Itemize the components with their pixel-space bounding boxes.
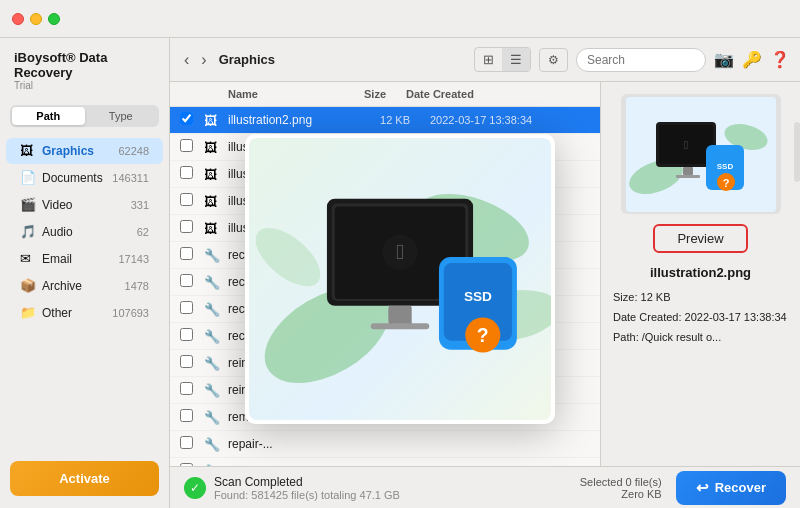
activate-button[interactable]: Activate — [10, 461, 159, 496]
sidebar-items-list: 🖼 Graphics 62248 📄 Documents 146311 🎬 Vi… — [0, 133, 169, 451]
sidebar-label-audio: Audio — [42, 225, 137, 239]
sidebar-item-archive[interactable]: 📦 Archive 1478 — [6, 273, 163, 299]
sidebar-item-audio[interactable]: 🎵 Audio 62 — [6, 219, 163, 245]
file-checkbox-12[interactable] — [180, 436, 193, 449]
file-row-3[interactable]: 🖼 illustra... — [170, 188, 600, 215]
file-checkbox-4[interactable] — [180, 220, 193, 233]
tab-path[interactable]: Path — [12, 107, 85, 125]
file-checkbox-6[interactable] — [180, 274, 193, 287]
file-checkbox-2[interactable] — [180, 166, 193, 179]
file-icon-5: 🔧 — [204, 248, 228, 263]
camera-button[interactable]: 📷 — [714, 50, 734, 69]
file-icon-9: 🔧 — [204, 356, 228, 371]
app-name: iBoysoft® Data Recovery — [14, 50, 155, 80]
toolbar-nav: ‹ › — [180, 49, 211, 71]
file-checkbox-11[interactable] — [180, 409, 193, 422]
file-row-8[interactable]: 🔧 recove... — [170, 323, 600, 350]
preview-date-value: 2022-03-17 13:38:34 — [685, 311, 787, 323]
sidebar-label-graphics: Graphics — [42, 144, 118, 158]
file-row-4[interactable]: 🖼 illustra... — [170, 215, 600, 242]
file-checkbox-1[interactable] — [180, 139, 193, 152]
preview-thumbnail:  SSD ? — [621, 94, 781, 214]
search-input[interactable] — [576, 48, 706, 72]
window-controls — [12, 13, 60, 25]
sidebar-item-video[interactable]: 🎬 Video 331 — [6, 192, 163, 218]
file-name-6: recove... — [228, 275, 350, 289]
file-name-5: recove... — [228, 248, 350, 262]
file-name-13: repair-... — [228, 464, 350, 466]
forward-button[interactable]: › — [197, 49, 210, 71]
file-name-2: illustra... — [228, 167, 350, 181]
preview-size-row: Size: 12 KB — [613, 288, 788, 308]
status-title: Scan Completed — [214, 475, 400, 489]
preview-size-label: Size: — [613, 291, 637, 303]
recover-label: Recover — [715, 480, 766, 495]
file-checkbox-7[interactable] — [180, 301, 193, 314]
sidebar-item-documents[interactable]: 📄 Documents 146311 — [6, 165, 163, 191]
file-row-11[interactable]: 🔧 remov... — [170, 404, 600, 431]
recover-icon: ↩ — [696, 479, 709, 497]
file-row-6[interactable]: 🔧 recove... — [170, 269, 600, 296]
maximize-button[interactable] — [48, 13, 60, 25]
help-button[interactable]: ❓ — [770, 50, 790, 69]
sidebar-item-other[interactable]: 📁 Other 107693 — [6, 300, 163, 326]
sidebar-count-audio: 62 — [137, 226, 149, 238]
file-row-1[interactable]: 🖼 illustra... — [170, 134, 600, 161]
file-checkbox-0[interactable] — [180, 112, 193, 125]
file-row-2[interactable]: 🖼 illustra... — [170, 161, 600, 188]
file-icon-6: 🔧 — [204, 275, 228, 290]
status-selected-files: Selected 0 file(s) — [580, 476, 662, 488]
sidebar-item-graphics[interactable]: 🖼 Graphics 62248 — [6, 138, 163, 164]
sidebar-count-video: 331 — [131, 199, 149, 211]
preview-filename: illustration2.png — [650, 265, 751, 280]
file-checkbox-10[interactable] — [180, 382, 193, 395]
file-row-7[interactable]: 🔧 recove... — [170, 296, 600, 323]
file-checkbox-8[interactable] — [180, 328, 193, 341]
file-icon-4: 🖼 — [204, 221, 228, 236]
status-selected-size: Zero KB — [580, 488, 662, 500]
file-icon-3: 🖼 — [204, 194, 228, 209]
file-list-header: Name Size Date Created — [170, 82, 600, 107]
tab-type[interactable]: Type — [85, 107, 158, 125]
status-subtitle: Found: 581425 file(s) totaling 47.1 GB — [214, 489, 400, 501]
file-icon-1: 🖼 — [204, 140, 228, 155]
filter-button[interactable]: ⚙ — [539, 48, 568, 72]
sidebar-label-archive: Archive — [42, 279, 125, 293]
back-button[interactable]: ‹ — [180, 49, 193, 71]
preview-path-value: /Quick result o... — [642, 331, 721, 343]
file-area: Name Size Date Created 🖼 illustration2.p… — [170, 82, 800, 466]
sidebar-count-archive: 1478 — [125, 280, 149, 292]
video-icon: 🎬 — [20, 197, 36, 213]
preview-button[interactable]: Preview — [653, 224, 747, 253]
list-view-button[interactable]: ☰ — [502, 48, 530, 71]
file-row-12[interactable]: 🔧 repair-... — [170, 431, 600, 458]
file-icon-12: 🔧 — [204, 437, 228, 452]
file-checkbox-9[interactable] — [180, 355, 193, 368]
info-button[interactable]: 🔑 — [742, 50, 762, 69]
file-row-10[interactable]: 🔧 reinsta... — [170, 377, 600, 404]
minimize-button[interactable] — [30, 13, 42, 25]
file-checkbox-13[interactable] — [180, 463, 193, 466]
sidebar: iBoysoft® Data Recovery Trial Path Type … — [0, 38, 170, 508]
sidebar-label-other: Other — [42, 306, 112, 320]
file-row-5[interactable]: 🔧 recove... — [170, 242, 600, 269]
close-button[interactable] — [12, 13, 24, 25]
sidebar-count-documents: 146311 — [112, 172, 149, 184]
svg-text:SSD: SSD — [716, 162, 733, 171]
sidebar-label-email: Email — [42, 252, 118, 266]
status-selected: Selected 0 file(s) Zero KB — [580, 476, 662, 500]
file-checkbox-3[interactable] — [180, 193, 193, 206]
email-icon: ✉ — [20, 251, 36, 267]
file-row-9[interactable]: 🔧 reinsta... — [170, 350, 600, 377]
sidebar-item-email[interactable]: ✉ Email 17143 — [6, 246, 163, 272]
file-row-0[interactable]: 🖼 illustration2.png 12 KB 2022-03-17 13:… — [170, 107, 600, 134]
recover-button[interactable]: ↩ Recover — [676, 471, 786, 505]
grid-view-button[interactable]: ⊞ — [475, 48, 502, 71]
sidebar-label-video: Video — [42, 198, 131, 212]
file-row-13[interactable]: 🔧 repair-... — [170, 458, 600, 466]
file-name-12: repair-... — [228, 437, 350, 451]
preview-date-row: Date Created: 2022-03-17 13:38:34 — [613, 308, 788, 328]
audio-icon: 🎵 — [20, 224, 36, 240]
file-checkbox-5[interactable] — [180, 247, 193, 260]
graphics-icon: 🖼 — [20, 143, 36, 159]
